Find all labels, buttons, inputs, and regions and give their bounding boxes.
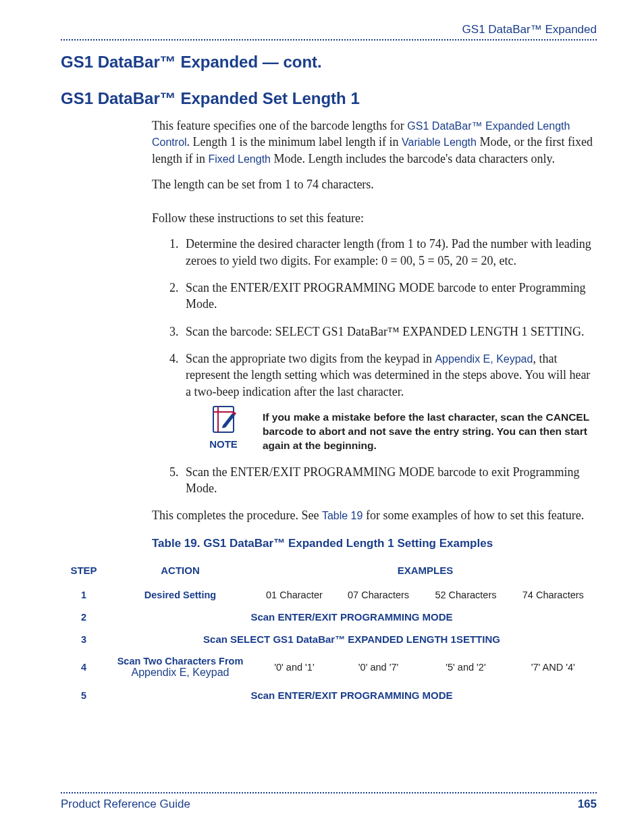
text: This feature specifies one of the barcod… <box>152 119 407 132</box>
text: Scan the appropriate two digits from the… <box>186 352 435 365</box>
cell-example: '7' AND '4' <box>510 650 597 684</box>
step-3: Scan the barcode: SELECT GS1 DataBar™ EX… <box>182 323 597 340</box>
closing-paragraph: This completes the procedure. See Table … <box>152 507 597 523</box>
table-row: 3 Scan SELECT GS1 DataBar™ EXPANDED LENG… <box>61 628 597 650</box>
cell-example: '0' and '1' <box>254 650 335 684</box>
text: Scan Two Characters From <box>117 656 244 667</box>
note-block: NOTE If you make a mistake before the la… <box>203 405 597 453</box>
step-5: Scan the ENTER/EXIT PROGRAMMING MODE bar… <box>182 464 597 497</box>
xref-fixed-length[interactable]: Fixed Length <box>209 153 271 165</box>
note-icon <box>203 405 244 436</box>
footer-rule <box>61 792 597 793</box>
text: This completes the procedure. See <box>152 509 322 522</box>
note-label: NOTE <box>203 438 244 451</box>
subsection-title: GS1 DataBar™ Expanded Set Length 1 <box>61 89 597 108</box>
cell-span-action: Scan ENTER/EXIT PROGRAMMING MODE <box>107 606 597 628</box>
intro-paragraph-3: Follow these instructions to set this fe… <box>152 210 597 226</box>
cell-step: 4 <box>61 650 107 684</box>
cell-step: 2 <box>61 606 107 628</box>
table-row: 1 Desired Setting 01 Character 07 Charac… <box>61 584 597 606</box>
text: Mode. Length includes the barcode's data… <box>271 152 555 165</box>
steps-list: Determine the desired character length (… <box>152 236 597 496</box>
cell-example: 07 Characters <box>335 584 422 606</box>
header-rule <box>61 39 597 41</box>
cell-span-action: Scan SELECT GS1 DataBar™ EXPANDED LENGTH… <box>107 628 597 650</box>
table-row: 2 Scan ENTER/EXIT PROGRAMMING MODE <box>61 606 597 628</box>
intro-paragraph-2: The length can be set from 1 to 74 chara… <box>152 176 597 192</box>
xref-appendix-e[interactable]: Appendix E, Keypad <box>132 667 230 678</box>
th-examples: EXAMPLES <box>254 561 597 584</box>
xref-variable-length[interactable]: Variable Length <box>402 136 477 148</box>
th-action: ACTION <box>107 561 254 584</box>
cell-action: Scan Two Characters From Appendix E, Key… <box>107 650 254 684</box>
text: for some examples of how to set this fea… <box>363 509 584 522</box>
xref-table-19[interactable]: Table 19 <box>322 510 363 521</box>
xref-appendix-e[interactable]: Appendix E, Keypad <box>435 353 533 365</box>
examples-table: STEP ACTION EXAMPLES 1 Desired Setting 0… <box>61 561 597 706</box>
table-caption: Table 19. GS1 DataBar™ Expanded Length 1… <box>152 536 597 552</box>
intro-paragraph-1: This feature specifies one of the barcod… <box>152 118 597 167</box>
step-1: Determine the desired character length (… <box>182 236 597 269</box>
table-row: 4 Scan Two Characters From Appendix E, K… <box>61 650 597 684</box>
page-footer: Product Reference Guide 165 <box>61 792 597 811</box>
text: . Length 1 is the minimum label length i… <box>187 135 402 149</box>
note-text: If you make a mistake before the last ch… <box>263 405 597 453</box>
cell-step: 1 <box>61 584 107 606</box>
cell-example: '5' and '2' <box>422 650 509 684</box>
cell-action: Desired Setting <box>107 584 254 606</box>
section-title: GS1 DataBar™ Expanded — cont. <box>61 53 597 72</box>
cell-step: 5 <box>61 684 107 706</box>
page-number: 165 <box>578 798 597 811</box>
step-2: Scan the ENTER/EXIT PROGRAMMING MODE bar… <box>182 280 597 313</box>
cell-example: 74 Characters <box>510 584 597 606</box>
cell-step: 3 <box>61 628 107 650</box>
cell-example: '0' and '7' <box>335 650 422 684</box>
cell-example: 52 Characters <box>422 584 509 606</box>
running-head: GS1 DataBar™ Expanded <box>61 23 597 36</box>
footer-left: Product Reference Guide <box>61 798 190 811</box>
table-row: 5 Scan ENTER/EXIT PROGRAMMING MODE <box>61 684 597 706</box>
th-step: STEP <box>61 561 107 584</box>
cell-example: 01 Character <box>254 584 335 606</box>
cell-span-action: Scan ENTER/EXIT PROGRAMMING MODE <box>107 684 597 706</box>
step-4: Scan the appropriate two digits from the… <box>182 350 597 453</box>
